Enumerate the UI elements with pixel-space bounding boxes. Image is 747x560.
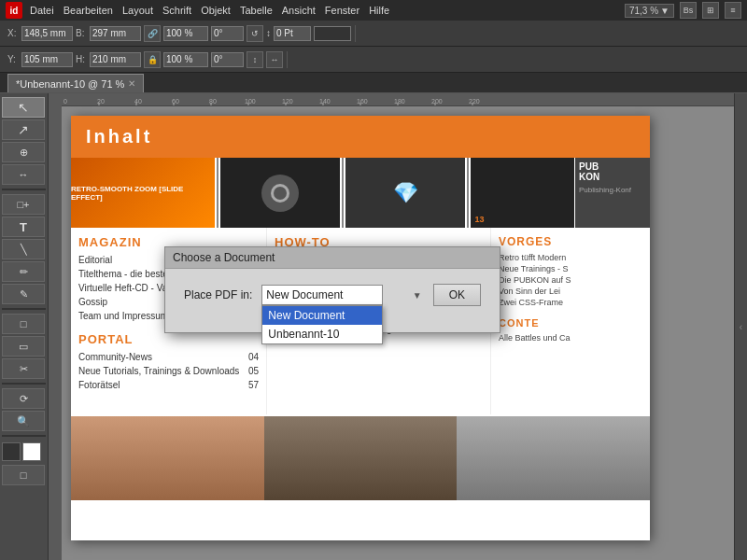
place-pdf-select[interactable]: New Document bbox=[261, 285, 383, 305]
scale2-input[interactable] bbox=[163, 52, 208, 67]
tool-divider bbox=[2, 189, 46, 190]
frame-tool[interactable]: □ bbox=[2, 314, 45, 334]
left-tool-panel: ↖ ↗ ⊕ ↔ □+ T ╲ ✏ ✎ □ ▭ ✂ ⟳ 🔍 □ bbox=[0, 93, 49, 560]
constrain-icon[interactable]: 🔒 bbox=[144, 51, 161, 68]
doc-vorges-col: VORGES Retro tüfft Modern Neue Trainings… bbox=[491, 228, 650, 414]
img-divider3 bbox=[467, 158, 469, 228]
dropdown-item-new-document[interactable]: New Document bbox=[262, 306, 382, 325]
portal-subsection: PORTAL Community-News04 Neue Tutorials, … bbox=[78, 332, 259, 392]
app-logo: id bbox=[6, 2, 22, 19]
menu-hilfe[interactable]: Hilfe bbox=[369, 5, 389, 16]
doc-img-4: 13 bbox=[471, 158, 574, 228]
place-pdf-select-wrapper[interactable]: New Document ▼ New Document Unbenannt-10 bbox=[261, 285, 423, 305]
menu-schrift[interactable]: Schrift bbox=[162, 5, 191, 16]
gap-tool[interactable]: ↔ bbox=[2, 164, 45, 185]
tab-close-btn[interactable]: ✕ bbox=[128, 78, 135, 89]
zoom-display[interactable]: 71,3 % ▼ bbox=[625, 4, 674, 18]
doc-header-title: Inhalt bbox=[86, 126, 152, 147]
pen-tool[interactable]: ✏ bbox=[2, 261, 45, 282]
choose-document-dialog: Choose a Document Place PDF in: New Docu… bbox=[164, 246, 500, 333]
svg-text:20: 20 bbox=[97, 98, 105, 105]
stroke-swatch[interactable] bbox=[22, 442, 41, 461]
vertical-ruler bbox=[49, 93, 62, 560]
document-canvas: Inhalt RETRO-SMOOTH ZOOM [SLIDE EFFECT] … bbox=[62, 106, 734, 560]
vorges-item-2: Die PUBKON auf S bbox=[499, 274, 642, 286]
b-input[interactable] bbox=[90, 26, 141, 41]
vorges-item-0: Retro tüfft Modern bbox=[499, 252, 642, 263]
content-collector[interactable]: □+ bbox=[2, 194, 45, 215]
link-icon[interactable]: 🔗 bbox=[144, 25, 161, 42]
fill-swatch[interactable] bbox=[2, 442, 21, 461]
dropdown-list[interactable]: New Document Unbenannt-10 bbox=[261, 305, 383, 344]
view-options[interactable]: ⊞ bbox=[702, 2, 719, 19]
ruler-h-svg: 0 20 40 60 80 100 120 140 160 bbox=[62, 93, 715, 106]
right-panel-collapse[interactable]: ‹ bbox=[734, 93, 747, 560]
vorges-item-1: Neue Trainings - S bbox=[499, 263, 642, 274]
vorges-section-title: VORGES bbox=[499, 235, 642, 248]
h-input[interactable] bbox=[90, 52, 141, 67]
scissors-tool[interactable]: ✂ bbox=[2, 358, 45, 379]
selection-tool[interactable]: ↖ bbox=[2, 97, 45, 118]
menu-datei[interactable]: Datei bbox=[30, 5, 54, 16]
scale1-input[interactable] bbox=[163, 26, 208, 41]
toolbar-2: Y: H: 🔒 ↕ ↔ bbox=[0, 47, 747, 73]
toolbar-xy-group: X: B: 🔗 ↺ ↕ bbox=[4, 25, 356, 42]
menu-layout[interactable]: Layout bbox=[122, 5, 153, 16]
img-divider2 bbox=[342, 158, 344, 228]
stroke-color[interactable] bbox=[314, 26, 351, 41]
vorges-item-3: Von Sinn der Lei bbox=[499, 286, 642, 297]
workspace-button[interactable]: ≡ bbox=[725, 2, 741, 19]
doc-header: Inhalt bbox=[71, 116, 650, 158]
line-tool[interactable]: ╲ bbox=[2, 239, 45, 259]
contest-item-0: Alle Battles und Ca bbox=[499, 332, 642, 343]
angle1-input[interactable] bbox=[211, 26, 244, 41]
menu-fenster[interactable]: Fenster bbox=[325, 5, 359, 16]
zoom-tool[interactable]: 🔍 bbox=[2, 411, 45, 431]
page-tool[interactable]: ⊕ bbox=[2, 142, 45, 162]
pt-label: ↕ bbox=[266, 28, 271, 38]
dropdown-item-unbenannt[interactable]: Unbenannt-10 bbox=[262, 325, 382, 343]
x-input[interactable] bbox=[21, 26, 73, 41]
flip-icon[interactable]: ↕ bbox=[247, 51, 263, 68]
bottom-img-1 bbox=[71, 416, 264, 500]
document-tab[interactable]: *Unbenannt-10 @ 71 % ✕ bbox=[7, 74, 144, 92]
pubkon-title2: KON bbox=[579, 172, 646, 182]
dialog-title-bar: Choose a Document bbox=[165, 247, 500, 269]
direct-selection-tool[interactable]: ↗ bbox=[2, 119, 45, 140]
x-label: X: bbox=[7, 28, 19, 38]
y-input[interactable] bbox=[21, 52, 73, 67]
bottom-img-2 bbox=[264, 416, 458, 500]
menu-tabelle[interactable]: Tabelle bbox=[240, 5, 273, 16]
doc-img-2 bbox=[220, 158, 340, 228]
doc-image-strip: RETRO-SMOOTH ZOOM [SLIDE EFFECT] 💎 13 bbox=[71, 158, 650, 228]
title-bar-right: 71,3 % ▼ Bs ⊞ ≡ bbox=[625, 2, 741, 19]
angle2-input[interactable] bbox=[211, 52, 244, 67]
bridge-button[interactable]: Bs bbox=[680, 2, 697, 19]
svg-text:60: 60 bbox=[172, 98, 179, 105]
tool-divider2 bbox=[2, 308, 46, 310]
toolbar-yx-group: Y: H: 🔒 ↕ ↔ bbox=[4, 51, 288, 68]
preview-mode[interactable]: □ bbox=[2, 465, 45, 485]
tab-label: *Unbenannt-10 @ 71 % bbox=[16, 78, 124, 90]
menu-bar[interactable]: Datei Bearbeiten Layout Schrift Objekt T… bbox=[30, 5, 617, 16]
svg-text:180: 180 bbox=[394, 98, 405, 105]
menu-bearbeiten[interactable]: Bearbeiten bbox=[63, 5, 113, 16]
main-area: ↖ ↗ ⊕ ↔ □+ T ╲ ✏ ✎ □ ▭ ✂ ⟳ 🔍 □ 0 bbox=[0, 93, 747, 560]
pencil-tool[interactable]: ✎ bbox=[2, 284, 45, 304]
publishing-block: PUB KON Publishing-Konf bbox=[575, 158, 650, 228]
pt-input[interactable] bbox=[274, 26, 311, 41]
dialog-body: Place PDF in: New Document ▼ New Documen… bbox=[165, 269, 500, 332]
doc-bottom-strip bbox=[71, 416, 650, 500]
svg-text:220: 220 bbox=[469, 98, 480, 105]
portal-item-0: Community-News04 bbox=[78, 350, 259, 364]
canvas-area[interactable]: 0 20 40 60 80 100 120 140 160 bbox=[49, 93, 734, 560]
menu-ansicht[interactable]: Ansicht bbox=[282, 5, 316, 16]
rectangle-tool[interactable]: ▭ bbox=[2, 336, 45, 357]
type-tool[interactable]: T bbox=[2, 217, 45, 237]
flip-h-icon[interactable]: ↔ bbox=[266, 51, 283, 68]
svg-text:120: 120 bbox=[282, 98, 293, 105]
free-transform-tool[interactable]: ⟳ bbox=[2, 388, 45, 409]
menu-objekt[interactable]: Objekt bbox=[201, 5, 231, 16]
rotate-icon[interactable]: ↺ bbox=[247, 25, 263, 42]
dialog-ok-button[interactable]: OK bbox=[433, 284, 481, 306]
